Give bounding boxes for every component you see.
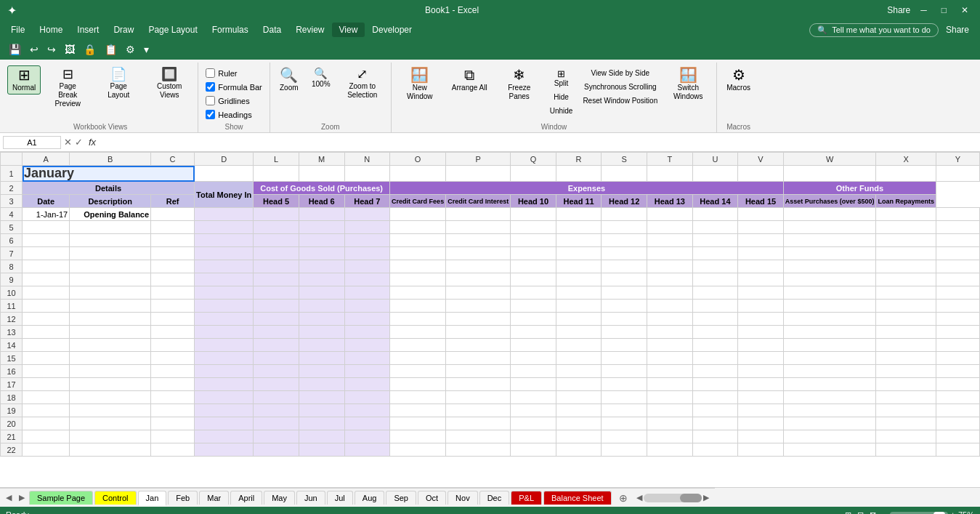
cell-T4[interactable] xyxy=(647,208,693,221)
col-header-L[interactable]: L xyxy=(254,153,299,166)
cell-V1[interactable] xyxy=(738,166,784,182)
tab-sample-page[interactable]: Sample Page xyxy=(29,491,93,505)
gridlines-checkbox[interactable]: Gridlines xyxy=(203,95,265,107)
hide-button[interactable]: Hide xyxy=(546,91,577,103)
col-header-X[interactable]: X xyxy=(876,153,936,166)
header-date[interactable]: Date xyxy=(23,195,70,208)
page-break-view-button[interactable]: ⊟ xyxy=(857,510,864,515)
col-header-D[interactable]: D xyxy=(195,153,254,166)
share-button[interactable]: Share xyxy=(887,5,910,15)
header-head13[interactable]: Head 13 xyxy=(647,195,693,208)
tab-nov[interactable]: Nov xyxy=(448,491,478,505)
tab-feb[interactable]: Feb xyxy=(168,491,198,505)
col-header-U[interactable]: U xyxy=(692,153,738,166)
cell-opening-balance[interactable]: Opening Balance xyxy=(70,208,151,221)
settings-qa-button[interactable]: ⚙ xyxy=(123,42,138,57)
page-layout-button[interactable]: 📄 Page Layout xyxy=(94,65,142,102)
lock-qa-button[interactable]: 🔒 xyxy=(81,42,99,57)
reset-window-button[interactable]: Reset Window Position xyxy=(579,95,661,107)
cell-T1[interactable] xyxy=(647,166,693,182)
menu-insert[interactable]: Insert xyxy=(70,23,106,37)
formula-input[interactable] xyxy=(102,137,977,148)
tab-april[interactable]: April xyxy=(230,491,262,505)
menu-review[interactable]: Review xyxy=(288,23,331,37)
cell-V4[interactable] xyxy=(738,208,784,221)
col-header-W[interactable]: W xyxy=(783,153,876,166)
col-header-V[interactable]: V xyxy=(738,153,784,166)
freeze-panes-button[interactable]: ❄ Freeze Panes xyxy=(495,65,543,103)
cell-P1[interactable] xyxy=(446,166,511,182)
cell-O4[interactable] xyxy=(390,208,446,221)
menu-draw[interactable]: Draw xyxy=(106,23,141,37)
undo-qa-button[interactable]: ↩ xyxy=(27,42,41,57)
add-sheet-button[interactable]: ⊕ xyxy=(613,490,633,506)
header-head7[interactable]: Head 7 xyxy=(344,195,390,208)
col-header-S[interactable]: S xyxy=(602,153,647,166)
tab-jul[interactable]: Jul xyxy=(327,491,353,505)
synchronous-scrolling-button[interactable]: Synchronous Scrolling xyxy=(579,81,661,93)
print-qa-button[interactable]: 🖼 xyxy=(62,42,78,57)
cell-M4[interactable] xyxy=(299,208,344,221)
ruler-checkbox[interactable]: Ruler xyxy=(203,67,265,79)
header-head6[interactable]: Head 6 xyxy=(299,195,344,208)
cell-total-money-in[interactable]: Total Money In xyxy=(195,182,254,208)
page-break-preview-button[interactable]: ⊟ Page Break Preview xyxy=(44,65,92,111)
formula-bar-input[interactable] xyxy=(206,82,215,92)
custom-views-button[interactable]: 🔲 Custom Views xyxy=(145,65,193,102)
header-cc-interest[interactable]: Credit Card Interest xyxy=(446,195,511,208)
header-head12[interactable]: Head 12 xyxy=(602,195,647,208)
page-view-button[interactable]: ⊠ xyxy=(870,510,876,515)
menu-view[interactable]: View xyxy=(332,23,365,37)
col-header-R[interactable]: R xyxy=(556,153,602,166)
cell-N4[interactable] xyxy=(344,208,390,221)
h-scroll-right[interactable]: ▶ xyxy=(703,493,709,502)
menu-pagelayout[interactable]: Page Layout xyxy=(141,23,204,37)
header-ref[interactable]: Ref xyxy=(151,195,195,208)
header-details[interactable]: Details xyxy=(23,182,195,195)
confirm-formula-icon[interactable]: ✓ xyxy=(75,137,83,148)
col-header-C[interactable]: C xyxy=(151,153,195,166)
header-loan-repayments[interactable]: Loan Repayments xyxy=(876,195,936,208)
cell-X4[interactable] xyxy=(876,208,936,221)
split-button[interactable]: ⊞ Split xyxy=(546,67,577,89)
menu-home[interactable]: Home xyxy=(32,23,70,37)
cell-Q4[interactable] xyxy=(511,208,556,221)
tab-control[interactable]: Control xyxy=(94,491,136,505)
col-header-A[interactable]: A xyxy=(23,153,70,166)
cell-A1[interactable]: January xyxy=(23,166,195,182)
arrange-all-button[interactable]: ⧉ Arrange All xyxy=(447,65,493,95)
cell-Q1[interactable] xyxy=(511,166,556,182)
normal-button[interactable]: ⊞ Normal xyxy=(7,65,41,95)
cell-R1[interactable] xyxy=(556,166,602,182)
header-description[interactable]: Description xyxy=(70,195,151,208)
cell-X1[interactable] xyxy=(876,166,936,182)
col-header-O[interactable]: O xyxy=(390,153,446,166)
switch-windows-button[interactable]: 🪟 Switch Windows xyxy=(664,65,712,103)
close-button[interactable]: ✕ xyxy=(957,5,973,15)
zoom-100-button[interactable]: 🔍 100% xyxy=(307,65,336,91)
gridlines-input[interactable] xyxy=(206,96,215,105)
cell-Y4[interactable] xyxy=(936,208,980,221)
tab-balance-sheet[interactable]: Balance Sheet xyxy=(543,491,612,505)
headings-checkbox[interactable]: Headings xyxy=(203,108,265,121)
cell-N1[interactable] xyxy=(344,166,390,182)
zoom-button[interactable]: 🔍 Zoom xyxy=(275,65,304,95)
paste-qa-button[interactable]: 📋 xyxy=(102,42,120,57)
cell-S4[interactable] xyxy=(602,208,647,221)
scroll-right-button[interactable]: ▶ xyxy=(16,493,28,502)
tab-jun[interactable]: Jun xyxy=(296,491,325,505)
zoom-to-selection-button[interactable]: ⤢ Zoom to Selection xyxy=(339,65,386,102)
zoom-out-button[interactable]: − xyxy=(882,510,886,514)
minimize-button[interactable]: ─ xyxy=(916,5,931,15)
header-cc-fees[interactable]: Credit Card Fees xyxy=(390,195,446,208)
cell-U1[interactable] xyxy=(692,166,738,182)
cell-S1[interactable] xyxy=(602,166,647,182)
cell-W4[interactable] xyxy=(783,208,876,221)
save-qa-button[interactable]: 💾 xyxy=(6,42,24,57)
cell-R4[interactable] xyxy=(556,208,602,221)
menu-file[interactable]: File xyxy=(4,23,32,37)
cell-total-4[interactable] xyxy=(195,208,254,221)
tab-jan[interactable]: Jan xyxy=(138,491,167,506)
tab-may[interactable]: May xyxy=(264,491,295,505)
more-qa-button[interactable]: ▾ xyxy=(141,42,152,57)
